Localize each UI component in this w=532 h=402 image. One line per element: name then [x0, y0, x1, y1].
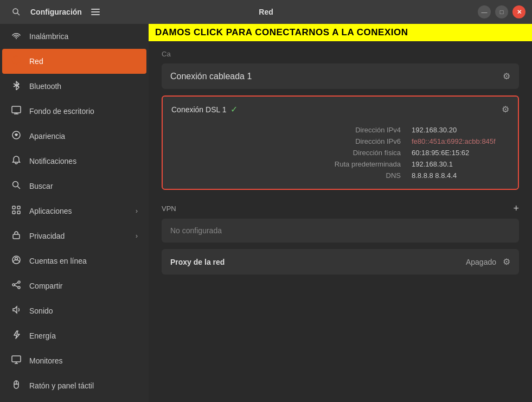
sidebar-item-apariencia[interactable]: Apariencia — [2, 124, 146, 149]
dsl-dns-value: 8.8.8.8 8.8.4.4 — [412, 171, 509, 180]
svg-rect-23 — [13, 234, 20, 239]
window-controls: — □ ✕ — [478, 5, 525, 18]
sidebar-item-sonido[interactable]: Sonido — [2, 298, 146, 323]
monitores-icon — [11, 355, 22, 367]
svg-rect-21 — [12, 211, 15, 214]
sidebar-item-compartir[interactable]: Compartir — [2, 273, 146, 298]
energia-icon — [11, 330, 22, 342]
svg-line-29 — [15, 283, 18, 284]
dsl-label: Conexión DSL 1 — [171, 105, 226, 114]
maximize-button[interactable]: □ — [495, 5, 508, 18]
sidebar-label-fondo: Fondo de escritorio — [29, 107, 94, 116]
svg-rect-4 — [91, 14, 100, 15]
svg-rect-19 — [12, 206, 15, 209]
proxy-status: Apagado — [466, 258, 496, 266]
dsl-settings-icon[interactable]: ⚙ — [502, 104, 509, 114]
compartir-icon — [11, 280, 22, 292]
dsl-ipv6-row: Dirección IPv6 fe80::451a:6992:acbb:845f — [171, 136, 509, 147]
sidebar-item-cuentas[interactable]: Cuentas en línea — [2, 248, 146, 273]
sidebar-item-aplicaciones[interactable]: Aplicaciones› — [2, 199, 146, 224]
dsl-route-label: Ruta predeterminada — [314, 160, 401, 168]
proxy-card: Proxy de la red Apagado ⚙ — [162, 249, 519, 275]
proxy-settings-icon[interactable]: ⚙ — [503, 257, 510, 267]
main-layout: InalámbricaRedBluetoothFondo de escritor… — [0, 24, 532, 402]
sidebar-label-red: Red — [29, 57, 43, 66]
dsl-details: Dirección IPv4 192.168.30.20 Dirección I… — [163, 122, 518, 189]
proxy-label: Proxy de la red — [170, 258, 225, 266]
sidebar-item-monitores[interactable]: Monitores — [2, 348, 146, 373]
cableada-label: Conexión cableada 1 — [170, 72, 252, 81]
sidebar-label-raton: Ratón y panel táctil — [29, 381, 94, 390]
sidebar-label-compartir: Compartir — [29, 282, 62, 290]
sidebar-label-privacidad: Privacidad — [29, 232, 65, 240]
bluetooth-icon — [11, 80, 22, 92]
svg-rect-22 — [17, 211, 20, 214]
sidebar-item-inalambrica[interactable]: Inalámbrica — [2, 24, 146, 49]
svg-rect-12 — [12, 106, 21, 113]
fondo-icon — [11, 105, 22, 117]
svg-rect-2 — [91, 9, 100, 10]
dsl-card[interactable]: Conexión DSL 1 ✓ ⚙ Dirección IPv4 192.16… — [162, 95, 519, 190]
sidebar-arrow-aplicaciones: › — [136, 207, 138, 215]
sidebar-item-buscar[interactable]: Buscar — [2, 174, 146, 199]
dsl-route-row: Ruta predeterminada 192.168.30.1 — [171, 158, 509, 170]
search-button[interactable] — [7, 2, 26, 22]
vpn-header: VPN + — [162, 199, 519, 219]
menu-button[interactable] — [87, 4, 104, 20]
dsl-mac-label: Dirección física — [314, 149, 401, 157]
section-title: Red — [259, 8, 273, 16]
sidebar-label-cuentas: Cuentas en línea — [29, 257, 87, 265]
dsl-ipv6-value: fe80::451a:6992:acbb:845f — [412, 137, 509, 145]
dsl-ipv4-row: Dirección IPv4 192.168.30.20 — [171, 124, 509, 136]
sidebar-item-privacidad[interactable]: Privacidad› — [2, 224, 146, 248]
apariencia-icon — [11, 130, 22, 142]
sidebar-item-energia[interactable]: Energía — [2, 323, 146, 348]
aplicaciones-icon — [11, 205, 22, 217]
cableada-group: Conexión cableada 1 ⚙ — [162, 63, 519, 89]
dsl-connected-icon: ✓ — [230, 104, 238, 114]
sonido-icon — [11, 305, 22, 317]
svg-rect-31 — [12, 356, 21, 362]
svg-line-30 — [15, 285, 18, 287]
vpn-not-configured-label: No configurada — [170, 226, 222, 235]
svg-point-27 — [12, 284, 15, 286]
cableada-settings-icon[interactable]: ⚙ — [503, 71, 510, 81]
close-button[interactable]: ✕ — [512, 5, 525, 18]
svg-point-0 — [13, 9, 18, 14]
sidebar-item-notificaciones[interactable]: Notificaciones — [2, 149, 146, 174]
svg-point-25 — [15, 258, 18, 260]
dsl-ipv4-value: 192.168.30.20 — [412, 126, 509, 134]
dsl-header-left: Conexión DSL 1 ✓ — [171, 104, 238, 114]
svg-point-17 — [13, 182, 18, 187]
cableada-card[interactable]: Conexión cableada 1 ⚙ — [162, 63, 519, 89]
vpn-add-button[interactable]: + — [513, 203, 519, 214]
sidebar-item-raton[interactable]: Ratón y panel táctil — [2, 373, 146, 398]
minimize-button[interactable]: — — [478, 5, 491, 18]
svg-point-26 — [18, 281, 20, 283]
svg-line-18 — [18, 187, 21, 189]
sidebar-label-notificaciones: Notificaciones — [29, 157, 76, 165]
dsl-mac-row: Dirección física 60:18:95:6E:15:62 — [171, 147, 509, 158]
privacidad-icon — [11, 230, 22, 242]
notificaciones-icon — [11, 155, 22, 167]
sidebar-item-bluetooth[interactable]: Bluetooth — [2, 74, 146, 99]
sidebar-label-aplicaciones: Aplicaciones — [29, 207, 72, 215]
dsl-ipv4-label: Dirección IPv4 — [314, 126, 401, 134]
buscar-icon — [11, 180, 22, 192]
sidebar-label-inalambrica: Inalámbrica — [29, 32, 68, 41]
section-label: Ca — [162, 50, 519, 58]
annotation-banner: DAMOS CLICK PARA CONECTARNOS A LA CONEXI… — [149, 24, 532, 41]
sidebar-label-monitores: Monitores — [29, 356, 62, 365]
inalambrica-icon — [11, 30, 22, 42]
sidebar: InalámbricaRedBluetoothFondo de escritor… — [0, 24, 149, 402]
svg-rect-20 — [17, 206, 20, 209]
svg-point-16 — [15, 134, 17, 136]
sidebar-item-red[interactable]: Red — [2, 49, 146, 74]
sidebar-label-apariencia: Apariencia — [29, 132, 65, 141]
sidebar-item-fondo[interactable]: Fondo de escritorio — [2, 99, 146, 124]
sidebar-label-sonido: Sonido — [29, 307, 53, 315]
sidebar-label-energia: Energía — [29, 331, 56, 340]
vpn-not-configured: No configurada — [162, 219, 519, 243]
raton-icon — [11, 380, 22, 392]
dsl-card-header: Conexión DSL 1 ✓ ⚙ — [163, 97, 518, 122]
